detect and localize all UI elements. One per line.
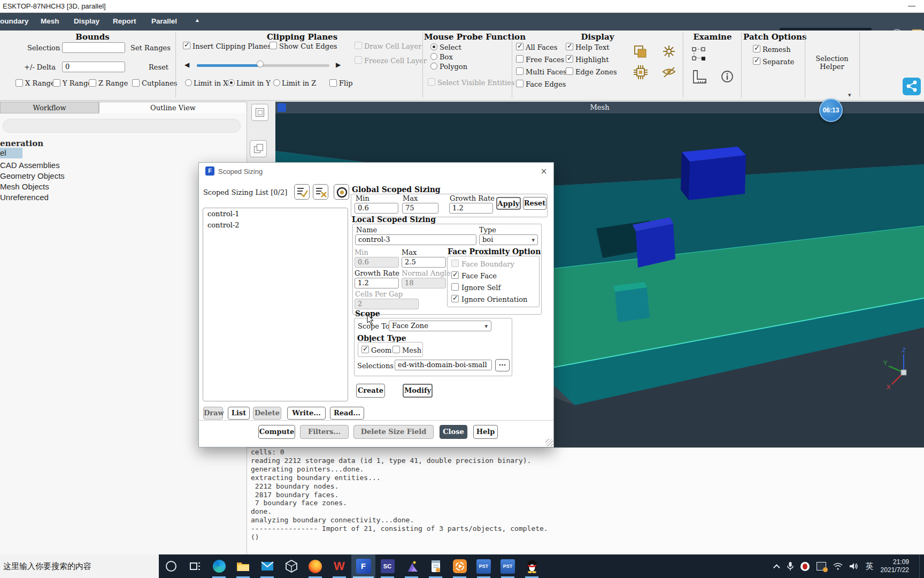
read-button[interactable]: Read... <box>330 407 364 420</box>
create-button[interactable]: Create <box>356 384 385 398</box>
notepad-icon[interactable] <box>424 554 448 578</box>
resize-grip[interactable] <box>545 439 553 446</box>
probe-select-radio[interactable] <box>430 43 437 50</box>
view-grid-button[interactable] <box>251 104 268 121</box>
x-range-checkbox[interactable] <box>16 79 23 87</box>
fluent-taskbar-icon[interactable]: F <box>351 554 375 578</box>
cells-per-gap-input[interactable]: 2 <box>355 299 419 309</box>
freeze-cell-layer-checkbox[interactable] <box>355 56 362 64</box>
draw-sizing-button[interactable] <box>334 184 349 200</box>
wps-icon[interactable]: W <box>327 554 351 578</box>
show-cut-edges-checkbox[interactable] <box>270 42 277 49</box>
flip-checkbox[interactable] <box>329 79 337 87</box>
face-boundary-checkbox[interactable] <box>451 260 459 267</box>
insert-clipping-checkbox[interactable] <box>183 42 190 49</box>
qq-tray-icon[interactable] <box>800 562 810 571</box>
normal-angle-input[interactable]: 18 <box>402 278 446 288</box>
apply-button[interactable]: Apply <box>496 197 521 210</box>
menu-report[interactable]: Report <box>113 17 136 25</box>
limit-y-radio[interactable] <box>228 79 235 86</box>
y-range-checkbox[interactable] <box>53 79 60 87</box>
slider-right-arrow[interactable]: ▶ <box>336 61 341 69</box>
type-dropdown[interactable]: boi ▾ <box>479 234 538 245</box>
filters-button[interactable]: Filters... <box>300 425 349 439</box>
explode-icon[interactable] <box>662 44 676 60</box>
qq-icon[interactable] <box>520 554 544 578</box>
media-player-icon[interactable] <box>448 554 472 578</box>
probe-box-radio[interactable] <box>430 53 437 60</box>
3d-viewer-icon[interactable] <box>279 554 303 578</box>
scoped-sizing-list[interactable]: control-1 control-2 <box>203 208 348 401</box>
firefox-icon[interactable] <box>303 554 327 578</box>
chevron-up-icon[interactable] <box>773 564 780 571</box>
separate-checkbox[interactable] <box>753 57 760 65</box>
free-faces-checkbox[interactable] <box>516 55 523 63</box>
local-growth-input[interactable]: 1.2 <box>355 278 399 288</box>
mesh-checkbox[interactable] <box>392 346 400 353</box>
slider-left-arrow[interactable]: ◀ <box>184 61 189 69</box>
ribbon-collapse-icon[interactable]: ▲ <box>195 17 200 23</box>
menu-display[interactable]: Display <box>74 17 99 25</box>
face-edges-checkbox[interactable] <box>516 80 523 87</box>
selection-helper-label[interactable]: Selection Helper <box>806 55 858 71</box>
reset-ranges-button[interactable]: Reset <box>149 63 168 71</box>
ignore-orientation-checkbox[interactable] <box>451 295 459 302</box>
draw-button[interactable]: Draw <box>203 407 223 420</box>
probe-polygon-radio[interactable] <box>430 63 437 70</box>
delete-button[interactable]: Delete <box>253 407 281 420</box>
ime-language-indicator[interactable]: 英 <box>866 561 874 572</box>
list-item[interactable]: control-1 <box>203 208 348 219</box>
show-desktop-button[interactable] <box>919 554 922 578</box>
global-min-input[interactable]: 0.6 <box>355 203 398 214</box>
pst-icon-2[interactable]: PST <box>496 554 520 578</box>
mail-icon[interactable] <box>255 554 279 578</box>
minimize-button[interactable]: — <box>906 1 918 11</box>
tree-item-generation[interactable]: eneration <box>0 139 43 148</box>
chip-icon[interactable] <box>634 65 648 81</box>
taskbar-clock[interactable]: 21:09 2021/7/22 <box>881 558 912 574</box>
edge-zones-checkbox[interactable] <box>566 67 573 75</box>
limit-x-radio[interactable] <box>185 79 192 86</box>
reset-button[interactable]: Reset <box>523 197 546 210</box>
draw-cell-layer-checkbox[interactable] <box>355 42 362 49</box>
spaceclaim-icon[interactable]: SC <box>375 554 399 578</box>
help-button[interactable]: Help <box>473 425 498 439</box>
highlight-checkbox[interactable] <box>566 55 573 63</box>
set-ranges-button[interactable]: Set Ranges <box>130 44 171 52</box>
probe-points-icon[interactable] <box>692 47 706 64</box>
tree-search-input[interactable] <box>3 119 241 133</box>
console-output[interactable]: cells: 0 reading 2212 storage data (id 1… <box>247 447 924 554</box>
clipping-slider-thumb[interactable] <box>257 60 264 67</box>
ignore-self-checkbox[interactable] <box>451 283 459 291</box>
geom-checkbox[interactable] <box>361 346 369 353</box>
tree-item-geometry-objects[interactable]: Geometry Objects <box>0 171 65 180</box>
copy-faces-icon[interactable] <box>634 45 648 61</box>
pst-icon-1[interactable]: PST <box>472 554 496 578</box>
list-item[interactable]: control-2 <box>203 219 348 231</box>
help-text-checkbox[interactable] <box>566 43 573 50</box>
task-view-icon[interactable] <box>183 554 207 578</box>
delta-input[interactable]: 0 <box>62 62 125 72</box>
tree-item-mesh-objects[interactable]: Mesh Objects <box>0 182 49 191</box>
cortana-icon[interactable] <box>159 554 183 578</box>
workspace-share-icon[interactable] <box>903 78 921 97</box>
local-max-input[interactable]: 2.5 <box>402 257 446 268</box>
select-visible-checkbox[interactable] <box>428 78 435 86</box>
cutplanes-checkbox[interactable] <box>132 79 140 87</box>
all-faces-checkbox[interactable] <box>516 43 523 50</box>
eye-slash-icon[interactable] <box>662 66 676 81</box>
edge-icon[interactable] <box>207 554 231 578</box>
ruler-icon[interactable] <box>692 70 707 87</box>
tab-workflow[interactable]: Workflow <box>0 102 99 113</box>
global-growth-input[interactable]: 1.2 <box>449 203 493 214</box>
volume-icon[interactable] <box>850 562 859 570</box>
select-all-button[interactable] <box>294 184 310 200</box>
menu-parallel[interactable]: Parallel <box>151 17 177 25</box>
photos-app-icon[interactable] <box>399 554 424 578</box>
browse-selections-button[interactable]: ... <box>495 359 510 371</box>
photos-tray-icon[interactable] <box>817 562 826 571</box>
menu-boundary[interactable]: oundary <box>0 17 28 25</box>
list-button[interactable]: List <box>228 407 250 420</box>
write-button[interactable]: Write... <box>287 407 326 420</box>
modify-button[interactable]: Modify <box>403 384 433 398</box>
